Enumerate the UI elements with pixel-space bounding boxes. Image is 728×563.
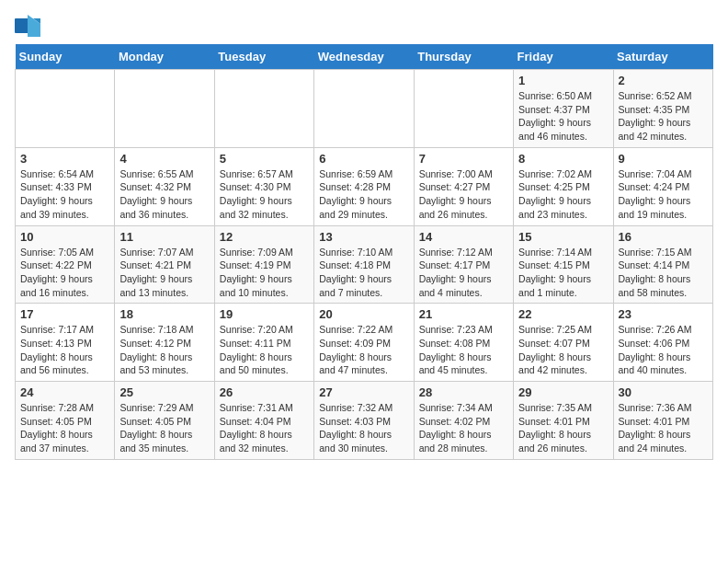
calendar-cell: 24Sunrise: 7:28 AM Sunset: 4:05 PM Dayli… (16, 382, 115, 460)
day-info: Sunrise: 7:23 AM Sunset: 4:08 PM Dayligh… (419, 323, 508, 377)
day-number: 7 (419, 152, 508, 166)
calendar-cell: 3Sunrise: 6:54 AM Sunset: 4:33 PM Daylig… (16, 147, 115, 225)
day-number: 15 (518, 230, 608, 244)
calendar-cell (16, 70, 115, 148)
day-number: 3 (20, 152, 109, 166)
day-number: 16 (619, 230, 708, 244)
day-info: Sunrise: 7:09 AM Sunset: 4:19 PM Dayligh… (220, 246, 309, 300)
day-number: 21 (419, 307, 508, 321)
week-row-1: 3Sunrise: 6:54 AM Sunset: 4:33 PM Daylig… (16, 147, 713, 225)
day-info: Sunrise: 7:17 AM Sunset: 4:13 PM Dayligh… (20, 323, 109, 377)
calendar-cell (115, 70, 214, 148)
day-info: Sunrise: 7:07 AM Sunset: 4:21 PM Dayligh… (119, 246, 209, 300)
calendar-cell: 9Sunrise: 7:04 AM Sunset: 4:24 PM Daylig… (613, 147, 712, 225)
calendar-cell: 28Sunrise: 7:34 AM Sunset: 4:02 PM Dayli… (414, 382, 513, 460)
calendar-cell: 10Sunrise: 7:05 AM Sunset: 4:22 PM Dayli… (16, 225, 115, 304)
week-row-0: 1Sunrise: 6:50 AM Sunset: 4:37 PM Daylig… (16, 70, 713, 148)
day-number: 22 (518, 307, 608, 321)
calendar-cell: 12Sunrise: 7:09 AM Sunset: 4:19 PM Dayli… (214, 225, 313, 304)
calendar-cell: 1Sunrise: 6:50 AM Sunset: 4:37 PM Daylig… (514, 70, 613, 148)
calendar-cell: 5Sunrise: 6:57 AM Sunset: 4:30 PM Daylig… (214, 147, 313, 225)
logo-icon (15, 15, 40, 37)
day-number: 2 (619, 74, 708, 87)
calendar-cell: 22Sunrise: 7:25 AM Sunset: 4:07 PM Dayli… (514, 304, 613, 382)
calendar-cell: 19Sunrise: 7:20 AM Sunset: 4:11 PM Dayli… (214, 304, 313, 382)
day-number: 27 (319, 385, 408, 399)
logo (15, 15, 44, 37)
day-number: 1 (518, 74, 608, 87)
calendar-cell: 2Sunrise: 6:52 AM Sunset: 4:35 PM Daylig… (613, 70, 712, 148)
day-info: Sunrise: 6:55 AM Sunset: 4:32 PM Dayligh… (119, 167, 209, 222)
day-info: Sunrise: 7:00 AM Sunset: 4:27 PM Dayligh… (419, 167, 508, 222)
day-number: 20 (319, 307, 408, 321)
page-header (15, 15, 713, 37)
calendar-cell: 4Sunrise: 6:55 AM Sunset: 4:32 PM Daylig… (115, 147, 214, 225)
calendar-cell: 16Sunrise: 7:15 AM Sunset: 4:14 PM Dayli… (613, 225, 712, 304)
day-info: Sunrise: 6:52 AM Sunset: 4:35 PM Dayligh… (619, 89, 708, 144)
day-info: Sunrise: 7:12 AM Sunset: 4:17 PM Dayligh… (419, 246, 508, 300)
day-info: Sunrise: 6:50 AM Sunset: 4:37 PM Dayligh… (518, 89, 608, 144)
day-number: 29 (518, 385, 608, 399)
day-info: Sunrise: 7:28 AM Sunset: 4:05 PM Dayligh… (20, 401, 109, 455)
day-number: 18 (119, 307, 209, 321)
day-number: 9 (619, 152, 708, 166)
day-info: Sunrise: 7:34 AM Sunset: 4:02 PM Dayligh… (419, 401, 508, 455)
calendar-header: SundayMondayTuesdayWednesdayThursdayFrid… (16, 44, 713, 70)
weekday-monday: Monday (115, 44, 214, 70)
calendar-cell (314, 70, 414, 148)
weekday-thursday: Thursday (414, 44, 513, 70)
weekday-tuesday: Tuesday (214, 44, 313, 70)
weekday-wednesday: Wednesday (314, 44, 414, 70)
day-info: Sunrise: 6:57 AM Sunset: 4:30 PM Dayligh… (220, 167, 309, 222)
day-info: Sunrise: 7:25 AM Sunset: 4:07 PM Dayligh… (518, 323, 608, 377)
calendar-cell: 17Sunrise: 7:17 AM Sunset: 4:13 PM Dayli… (16, 304, 115, 382)
day-number: 4 (119, 152, 209, 166)
week-row-4: 24Sunrise: 7:28 AM Sunset: 4:05 PM Dayli… (16, 382, 713, 460)
day-info: Sunrise: 7:26 AM Sunset: 4:06 PM Dayligh… (619, 323, 708, 377)
day-info: Sunrise: 7:20 AM Sunset: 4:11 PM Dayligh… (220, 323, 309, 377)
day-info: Sunrise: 7:05 AM Sunset: 4:22 PM Dayligh… (20, 246, 109, 300)
calendar-cell: 25Sunrise: 7:29 AM Sunset: 4:05 PM Dayli… (115, 382, 214, 460)
day-info: Sunrise: 7:22 AM Sunset: 4:09 PM Dayligh… (319, 323, 408, 377)
day-info: Sunrise: 7:31 AM Sunset: 4:04 PM Dayligh… (220, 401, 309, 455)
day-number: 10 (20, 230, 109, 244)
day-info: Sunrise: 7:02 AM Sunset: 4:25 PM Dayligh… (518, 167, 608, 222)
day-number: 26 (220, 385, 309, 399)
weekday-header-row: SundayMondayTuesdayWednesdayThursdayFrid… (16, 44, 713, 70)
calendar-cell: 15Sunrise: 7:14 AM Sunset: 4:15 PM Dayli… (514, 225, 613, 304)
weekday-sunday: Sunday (16, 44, 115, 70)
week-row-3: 17Sunrise: 7:17 AM Sunset: 4:13 PM Dayli… (16, 304, 713, 382)
day-number: 25 (119, 385, 209, 399)
week-row-2: 10Sunrise: 7:05 AM Sunset: 4:22 PM Dayli… (16, 225, 713, 304)
calendar-cell: 18Sunrise: 7:18 AM Sunset: 4:12 PM Dayli… (115, 304, 214, 382)
calendar-cell: 7Sunrise: 7:00 AM Sunset: 4:27 PM Daylig… (414, 147, 513, 225)
day-number: 12 (220, 230, 309, 244)
calendar-cell: 20Sunrise: 7:22 AM Sunset: 4:09 PM Dayli… (314, 304, 414, 382)
calendar-cell (414, 70, 513, 148)
day-number: 24 (20, 385, 109, 399)
calendar-cell: 21Sunrise: 7:23 AM Sunset: 4:08 PM Dayli… (414, 304, 513, 382)
calendar-cell (214, 70, 313, 148)
day-number: 28 (419, 385, 508, 399)
calendar-cell: 26Sunrise: 7:31 AM Sunset: 4:04 PM Dayli… (214, 382, 313, 460)
day-number: 19 (220, 307, 309, 321)
day-number: 5 (220, 152, 309, 166)
calendar-body: 1Sunrise: 6:50 AM Sunset: 4:37 PM Daylig… (16, 70, 713, 460)
day-number: 8 (518, 152, 608, 166)
day-info: Sunrise: 7:36 AM Sunset: 4:01 PM Dayligh… (619, 401, 708, 455)
calendar-table: SundayMondayTuesdayWednesdayThursdayFrid… (15, 44, 713, 460)
day-info: Sunrise: 6:54 AM Sunset: 4:33 PM Dayligh… (20, 167, 109, 222)
day-info: Sunrise: 7:10 AM Sunset: 4:18 PM Dayligh… (319, 246, 408, 300)
calendar-cell: 29Sunrise: 7:35 AM Sunset: 4:01 PM Dayli… (514, 382, 613, 460)
calendar-cell: 30Sunrise: 7:36 AM Sunset: 4:01 PM Dayli… (613, 382, 712, 460)
weekday-saturday: Saturday (613, 44, 712, 70)
svg-marker-1 (28, 15, 40, 37)
day-number: 11 (119, 230, 209, 244)
day-info: Sunrise: 7:14 AM Sunset: 4:15 PM Dayligh… (518, 246, 608, 300)
day-info: Sunrise: 6:59 AM Sunset: 4:28 PM Dayligh… (319, 167, 408, 222)
day-number: 6 (319, 152, 408, 166)
day-info: Sunrise: 7:32 AM Sunset: 4:03 PM Dayligh… (319, 401, 408, 455)
day-info: Sunrise: 7:15 AM Sunset: 4:14 PM Dayligh… (619, 246, 708, 300)
calendar-cell: 23Sunrise: 7:26 AM Sunset: 4:06 PM Dayli… (613, 304, 712, 382)
day-info: Sunrise: 7:29 AM Sunset: 4:05 PM Dayligh… (119, 401, 209, 455)
